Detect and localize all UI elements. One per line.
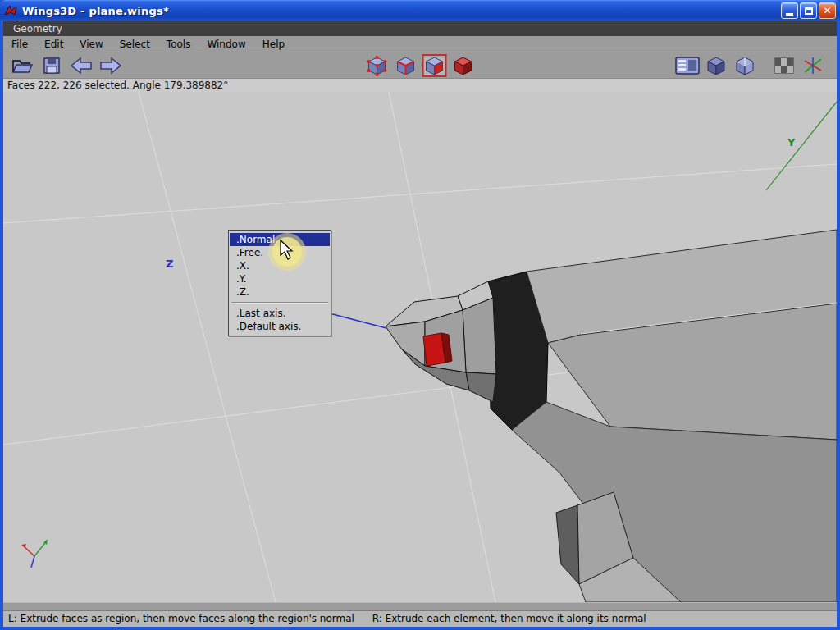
view-tool-group bbox=[675, 54, 825, 77]
move-axis-line bbox=[326, 313, 386, 328]
edge-mode-icon bbox=[395, 55, 417, 76]
resize-strip bbox=[3, 602, 837, 610]
face-mode-icon bbox=[424, 55, 445, 76]
minimize-icon bbox=[786, 13, 793, 16]
model-ring-front[interactable] bbox=[463, 298, 496, 374]
undo-button[interactable] bbox=[69, 54, 94, 77]
wings3d-window: Wings3D - plane.wings* ✕ Geometry File E… bbox=[0, 0, 840, 630]
maximize-button[interactable] bbox=[800, 2, 817, 19]
menu-item-default-axis[interactable]: .Default axis. bbox=[230, 320, 330, 333]
outliner-icon bbox=[675, 57, 700, 75]
y-axis-line bbox=[766, 102, 837, 190]
app-body: Geometry File Edit View Select Tools Win… bbox=[3, 21, 837, 627]
shaded-view-button[interactable] bbox=[704, 54, 728, 77]
outliner-button[interactable] bbox=[675, 54, 700, 77]
open-icon bbox=[11, 57, 33, 75]
selection-mode-group bbox=[365, 54, 476, 77]
grid-toggle-icon bbox=[774, 57, 794, 74]
menu-item-z[interactable]: .Z. bbox=[230, 285, 330, 299]
menu-item-normal[interactable]: .Normal. bbox=[230, 233, 330, 246]
geometry-window-label: Geometry bbox=[13, 23, 62, 34]
mini-axis-indicator bbox=[22, 540, 48, 568]
body-mode-button[interactable] bbox=[451, 54, 476, 77]
vertex-mode-icon bbox=[367, 55, 388, 76]
forward-arrow-icon bbox=[99, 57, 122, 75]
open-button[interactable] bbox=[10, 54, 34, 77]
viewport-canvas[interactable]: Y Z bbox=[3, 92, 837, 602]
menu-window[interactable]: Window bbox=[199, 36, 253, 52]
menu-item-free[interactable]: .Free. bbox=[230, 246, 330, 259]
wireframe-cube-icon bbox=[734, 55, 756, 76]
selection-info-line: Faces 222, 226 selected. Angle 179.38988… bbox=[3, 79, 837, 92]
model-gear-dark[interactable] bbox=[556, 505, 579, 584]
axes-toggle-button[interactable] bbox=[801, 54, 825, 77]
app-icon[interactable] bbox=[4, 4, 19, 17]
menu-separator bbox=[231, 302, 328, 304]
maximize-icon bbox=[805, 7, 813, 15]
save-icon bbox=[43, 57, 61, 75]
geometry-window-header[interactable]: Geometry bbox=[3, 21, 837, 36]
wireframe-view-button[interactable] bbox=[733, 54, 757, 77]
y-axis-label: Y bbox=[787, 136, 796, 148]
minimize-button[interactable] bbox=[781, 2, 798, 19]
menu-item-last-axis[interactable]: .Last axis. bbox=[230, 307, 330, 320]
shaded-cube-icon bbox=[705, 55, 727, 76]
menu-item-x[interactable]: .X. bbox=[230, 259, 330, 272]
z-axis-label: Z bbox=[166, 258, 173, 270]
menu-item-y[interactable]: .Y. bbox=[230, 272, 330, 285]
file-tool-group bbox=[10, 54, 123, 77]
back-arrow-icon bbox=[70, 57, 93, 75]
statusbar: L: Extrude faces as region, then move fa… bbox=[3, 610, 837, 627]
model-ring-bottom[interactable] bbox=[466, 372, 496, 402]
menubar: File Edit View Select Tools Window Help bbox=[3, 36, 837, 52]
menu-tools[interactable]: Tools bbox=[158, 36, 199, 52]
model-nose-front-left[interactable] bbox=[386, 322, 425, 366]
window-title: Wings3D - plane.wings* bbox=[22, 5, 779, 17]
viewport[interactable]: Y Z bbox=[3, 92, 837, 602]
menu-edit[interactable]: Edit bbox=[36, 36, 71, 52]
axes-toggle-icon bbox=[802, 57, 824, 75]
menu-view[interactable]: View bbox=[71, 36, 111, 52]
statusbar-right-hint: R: Extrude each element, then move it al… bbox=[372, 613, 646, 624]
aircraft-model[interactable] bbox=[386, 230, 837, 602]
menu-file[interactable]: File bbox=[3, 36, 36, 52]
extrude-axis-menu: .Normal. .Free. .X. .Y. .Z. .Last axis. … bbox=[228, 230, 331, 336]
body-mode-icon bbox=[453, 55, 474, 76]
redo-button[interactable] bbox=[98, 54, 123, 77]
menu-select[interactable]: Select bbox=[112, 36, 158, 52]
statusbar-left-hint: L: Extrude faces as region, then move fa… bbox=[8, 613, 354, 624]
face-mode-button[interactable] bbox=[422, 54, 447, 77]
toolbar bbox=[3, 52, 837, 79]
edge-mode-button[interactable] bbox=[394, 54, 418, 77]
save-button[interactable] bbox=[39, 54, 64, 77]
titlebar[interactable]: Wings3D - plane.wings* ✕ bbox=[0, 0, 840, 21]
vertex-mode-button[interactable] bbox=[365, 54, 390, 77]
close-button[interactable]: ✕ bbox=[819, 2, 836, 19]
ground-plane-toggle-button[interactable] bbox=[772, 54, 797, 77]
menu-help[interactable]: Help bbox=[254, 36, 293, 52]
close-icon: ✕ bbox=[823, 6, 831, 16]
